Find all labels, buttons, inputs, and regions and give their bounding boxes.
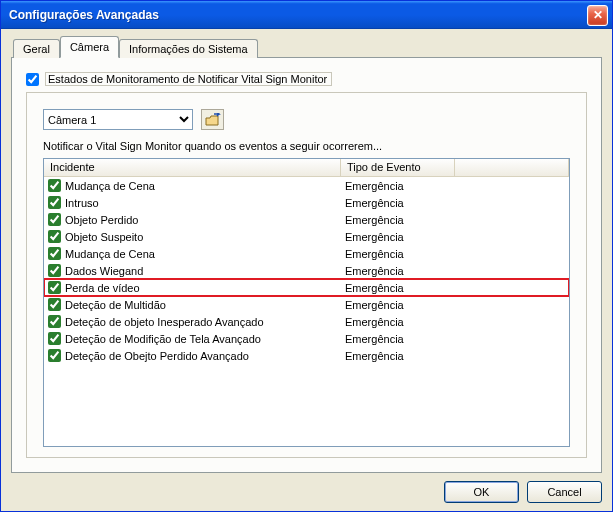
- row-checkbox[interactable]: [48, 315, 61, 328]
- column-spacer: [455, 159, 569, 177]
- cell-incident: Objeto Suspeito: [44, 230, 341, 243]
- listview-body[interactable]: Mudança de CenaEmergênciaIntrusoEmergênc…: [44, 177, 569, 446]
- cell-incident: Mudança de Cena: [44, 179, 341, 192]
- ok-button[interactable]: OK: [444, 481, 519, 503]
- tab-label: Geral: [23, 43, 50, 55]
- incident-label: Objeto Suspeito: [65, 231, 143, 243]
- column-label: Tipo de Evento: [347, 161, 421, 173]
- dialog-button-row: OK Cancel: [11, 473, 602, 503]
- incident-label: Deteção de Obejto Perdido Avançado: [65, 350, 249, 362]
- table-row[interactable]: Dados WiegandEmergência: [44, 262, 569, 279]
- camera-row: Câmera 1: [43, 109, 570, 130]
- folder-arrow-icon: [205, 113, 221, 127]
- cell-incident: Deteção de objeto Inesperado Avançado: [44, 315, 341, 328]
- tab-label: Informações do Sistema: [129, 43, 248, 55]
- group-toggle-checkbox[interactable]: [26, 73, 39, 86]
- cell-event-type: Emergência: [341, 231, 455, 243]
- listview-header: Incidente Tipo de Evento: [44, 159, 569, 177]
- dialog-window: Configurações Avançadas ✕ Geral Câmera I…: [0, 0, 613, 512]
- tab-strip: Geral Câmera Informações do Sistema: [11, 36, 602, 58]
- cell-incident: Mudança de Cena: [44, 247, 341, 260]
- cell-incident: Deteção de Multidão: [44, 298, 341, 311]
- cell-event-type: Emergência: [341, 248, 455, 260]
- cell-event-type: Emergência: [341, 282, 455, 294]
- column-label: Incidente: [50, 161, 95, 173]
- row-checkbox[interactable]: [48, 213, 61, 226]
- events-listview: Incidente Tipo de Evento Mudança de Cena…: [43, 158, 570, 447]
- row-checkbox[interactable]: [48, 349, 61, 362]
- tab-panel-camera: Estados de Monitoramento de Notificar Vi…: [11, 57, 602, 473]
- column-incident[interactable]: Incidente: [44, 159, 341, 177]
- row-checkbox[interactable]: [48, 196, 61, 209]
- row-checkbox[interactable]: [48, 281, 61, 294]
- cell-incident: Intruso: [44, 196, 341, 209]
- camera-select[interactable]: Câmera 1: [43, 109, 193, 130]
- row-checkbox[interactable]: [48, 230, 61, 243]
- table-row[interactable]: IntrusoEmergência: [44, 194, 569, 211]
- groupbox-vsm: Câmera 1 Notificar o Vital Sign Monitor …: [26, 92, 587, 458]
- window-title: Configurações Avançadas: [9, 8, 587, 22]
- table-row[interactable]: Deteção de objeto Inesperado AvançadoEme…: [44, 313, 569, 330]
- incident-label: Dados Wiegand: [65, 265, 143, 277]
- open-camera-button[interactable]: [201, 109, 224, 130]
- tab-camera[interactable]: Câmera: [60, 36, 119, 58]
- titlebar: Configurações Avançadas ✕: [1, 1, 612, 29]
- row-checkbox[interactable]: [48, 298, 61, 311]
- table-row[interactable]: Objeto SuspeitoEmergência: [44, 228, 569, 245]
- description-text: Notificar o Vital Sign Monitor quando os…: [43, 140, 570, 152]
- table-row[interactable]: Deteção de Obejto Perdido AvançadoEmergê…: [44, 347, 569, 364]
- cell-event-type: Emergência: [341, 316, 455, 328]
- cell-incident: Deteção de Obejto Perdido Avançado: [44, 349, 341, 362]
- group-toggle-label: Estados de Monitoramento de Notificar Vi…: [45, 72, 332, 86]
- cell-event-type: Emergência: [341, 265, 455, 277]
- cell-event-type: Emergência: [341, 197, 455, 209]
- cell-event-type: Emergência: [341, 180, 455, 192]
- cancel-button[interactable]: Cancel: [527, 481, 602, 503]
- tab-info[interactable]: Informações do Sistema: [119, 39, 258, 58]
- row-checkbox[interactable]: [48, 247, 61, 260]
- cell-incident: Objeto Perdido: [44, 213, 341, 226]
- table-row[interactable]: Deteção de MultidãoEmergência: [44, 296, 569, 313]
- cell-event-type: Emergência: [341, 350, 455, 362]
- incident-label: Perda de vídeo: [65, 282, 140, 294]
- incident-label: Deteção de Multidão: [65, 299, 166, 311]
- incident-label: Mudança de Cena: [65, 180, 155, 192]
- client-area: Geral Câmera Informações do Sistema Esta…: [1, 29, 612, 511]
- group-toggle-row: Estados de Monitoramento de Notificar Vi…: [26, 72, 587, 86]
- close-icon: ✕: [593, 8, 603, 22]
- cell-event-type: Emergência: [341, 333, 455, 345]
- button-label: OK: [474, 486, 490, 498]
- incident-label: Objeto Perdido: [65, 214, 138, 226]
- cell-event-type: Emergência: [341, 214, 455, 226]
- tab-geral[interactable]: Geral: [13, 39, 60, 58]
- table-row[interactable]: Mudança de CenaEmergência: [44, 245, 569, 262]
- incident-label: Deteção de Modifição de Tela Avançado: [65, 333, 261, 345]
- cell-incident: Dados Wiegand: [44, 264, 341, 277]
- cell-event-type: Emergência: [341, 299, 455, 311]
- column-event-type[interactable]: Tipo de Evento: [341, 159, 455, 177]
- row-checkbox[interactable]: [48, 332, 61, 345]
- button-label: Cancel: [547, 486, 581, 498]
- row-checkbox[interactable]: [48, 264, 61, 277]
- table-row[interactable]: Objeto PerdidoEmergência: [44, 211, 569, 228]
- cell-incident: Perda de vídeo: [44, 281, 341, 294]
- incident-label: Intruso: [65, 197, 99, 209]
- close-button[interactable]: ✕: [587, 5, 608, 26]
- incident-label: Mudança de Cena: [65, 248, 155, 260]
- table-row[interactable]: Deteção de Modifição de Tela AvançadoEme…: [44, 330, 569, 347]
- tab-label: Câmera: [70, 41, 109, 53]
- incident-label: Deteção de objeto Inesperado Avançado: [65, 316, 264, 328]
- cell-incident: Deteção de Modifição de Tela Avançado: [44, 332, 341, 345]
- table-row[interactable]: Mudança de CenaEmergência: [44, 177, 569, 194]
- table-row[interactable]: Perda de vídeoEmergência: [44, 279, 569, 296]
- row-checkbox[interactable]: [48, 179, 61, 192]
